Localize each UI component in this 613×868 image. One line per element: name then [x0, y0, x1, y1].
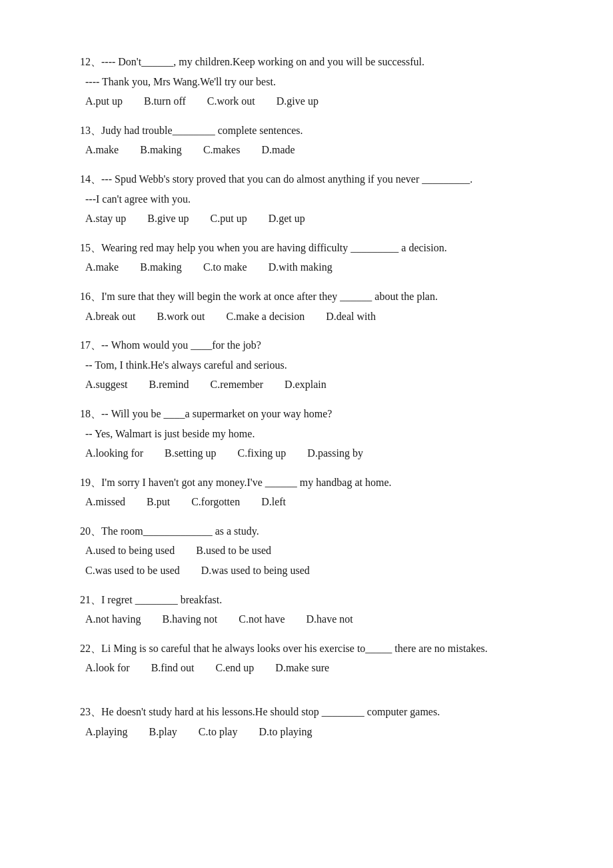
- option-23-D: D.to playing: [259, 723, 312, 741]
- options-line-23: A.playingB.playC.to playD.to playing: [80, 723, 533, 741]
- option-21-B: B.having not: [163, 611, 218, 628]
- option-20-A: A.used to being used: [85, 542, 175, 559]
- options-line-18: A.looking forB.setting upC.fixing upD.pa…: [80, 445, 533, 462]
- option-18-A: A.looking for: [85, 445, 143, 462]
- exam-content: 12、---- Don't______, my children.Keep wo…: [80, 53, 533, 740]
- option-18-C: C.fixing up: [237, 445, 286, 462]
- option-15-A: A.make: [85, 259, 119, 276]
- question-block-19: 19、I'm sorry I haven't got any money.I'v…: [80, 474, 533, 511]
- question-text-12-0: 12、---- Don't______, my children.Keep wo…: [80, 53, 533, 71]
- option-15-C: C.to make: [203, 259, 247, 276]
- options-line-17: A.suggestB.remindC.rememberD.explain: [80, 376, 533, 393]
- option-21-D: D.have not: [306, 611, 353, 628]
- question-block-14: 14、--- Spud Webb's story proved that you…: [80, 171, 533, 227]
- option-19-D: D.left: [261, 493, 286, 511]
- question-text-17-0: 17、-- Whom would you ____for the job?: [80, 337, 533, 354]
- option-13-A: A.make: [85, 141, 119, 159]
- option-12-C: C.work out: [207, 93, 255, 110]
- option-14-A: A.stay up: [85, 210, 126, 227]
- options-line-21: A.not havingB.having notC.not haveD.have…: [80, 611, 533, 628]
- option-16-B: B.work out: [157, 308, 205, 325]
- option-16-D: D.deal with: [326, 308, 376, 325]
- option-14-C: C.put up: [211, 210, 247, 227]
- option-14-D: D.get up: [269, 210, 305, 227]
- option-21-C: C.not have: [239, 611, 285, 628]
- option-21-A: A.not having: [85, 611, 141, 628]
- question-text-18-1: -- Yes, Walmart is just beside my home.: [80, 425, 533, 443]
- option-22-C: C.end up: [216, 659, 255, 677]
- question-block-18: 18、-- Will you be ____a supermarket on y…: [80, 405, 533, 462]
- option-22-B: B.find out: [151, 659, 195, 677]
- question-block-13: 13、Judy had trouble________ complete sen…: [80, 122, 533, 159]
- question-block-21: 21、I regret ________ breakfast.A.not hav…: [80, 591, 533, 628]
- option-22-A: A.look for: [85, 659, 130, 677]
- option-15-B: B.making: [140, 259, 182, 276]
- question-block-12: 12、---- Don't______, my children.Keep wo…: [80, 53, 533, 110]
- option-18-B: B.setting up: [165, 445, 216, 462]
- options-line-13: A.makeB.makingC.makesD.made: [80, 141, 533, 159]
- question-block-23: 23、He doesn't study hard at his lessons.…: [80, 703, 533, 740]
- option-23-C: C.to play: [199, 723, 238, 741]
- option-18-D: D.passing by: [307, 445, 363, 462]
- question-block-16: 16、I'm sure that they will begin the wor…: [80, 288, 533, 325]
- question-text-21-0: 21、I regret ________ breakfast.: [80, 591, 533, 609]
- question-text-13-0: 13、Judy had trouble________ complete sen…: [80, 122, 533, 139]
- option-15-D: D.with making: [269, 259, 332, 276]
- question-text-23-0: 23、He doesn't study hard at his lessons.…: [80, 703, 533, 721]
- question-text-22-0: 22、Li Ming is so careful that he always …: [80, 640, 533, 657]
- question-text-16-0: 16、I'm sure that they will begin the wor…: [80, 288, 533, 305]
- question-text-19-0: 19、I'm sorry I haven't got any money.I'v…: [80, 474, 533, 491]
- question-block-20: 20、The room_____________ as a study.A.us…: [80, 523, 533, 579]
- option-12-A: A.put up: [85, 93, 123, 110]
- question-text-17-1: -- Tom, I think.He's always careful and …: [80, 357, 533, 374]
- option-19-C: C.forgotten: [191, 493, 240, 511]
- option-13-C: C.makes: [203, 141, 241, 159]
- option-17-D: D.explain: [285, 376, 326, 393]
- options-line-12: A.put upB.turn offC.work outD.give up: [80, 93, 533, 110]
- question-block-17: 17、-- Whom would you ____for the job?-- …: [80, 337, 533, 393]
- option-20-D: D.was used to being used: [201, 562, 310, 579]
- options-line-14: A.stay upB.give upC.put upD.get up: [80, 210, 533, 227]
- question-text-14-0: 14、--- Spud Webb's story proved that you…: [80, 171, 533, 188]
- options-line-20: C.was used to be usedD.was used to being…: [80, 562, 533, 579]
- option-16-C: C.make a decision: [227, 308, 305, 325]
- option-20-B: B.used to be used: [196, 542, 271, 559]
- option-20-C: C.was used to be used: [85, 562, 180, 579]
- question-block-22: 22、Li Ming is so careful that he always …: [80, 640, 533, 677]
- options-line-15: A.makeB.makingC.to makeD.with making: [80, 259, 533, 276]
- option-22-D: D.make sure: [275, 659, 329, 677]
- option-23-B: B.play: [149, 723, 177, 741]
- options-line-20: A.used to being usedB.used to be used: [80, 542, 533, 559]
- option-12-D: D.give up: [277, 93, 318, 110]
- question-text-14-1: ---I can't agree with you.: [80, 191, 533, 208]
- question-block-15: 15、Wearing red may help you when you are…: [80, 239, 533, 276]
- option-17-C: C.remember: [211, 376, 264, 393]
- question-text-18-0: 18、-- Will you be ____a supermarket on y…: [80, 405, 533, 423]
- option-13-B: B.making: [140, 141, 182, 159]
- options-line-16: A.break outB.work outC.make a decisionD.…: [80, 308, 533, 325]
- options-line-22: A.look forB.find outC.end upD.make sure: [80, 659, 533, 677]
- options-line-19: A.missedB.putC.forgottenD.left: [80, 493, 533, 511]
- option-12-B: B.turn off: [144, 93, 186, 110]
- question-text-15-0: 15、Wearing red may help you when you are…: [80, 239, 533, 257]
- option-23-A: A.playing: [85, 723, 128, 741]
- option-17-B: B.remind: [149, 376, 189, 393]
- question-text-12-1: ---- Thank you, Mrs Wang.We'll try our b…: [80, 73, 533, 91]
- option-13-D: D.made: [261, 141, 295, 159]
- option-17-A: A.suggest: [85, 376, 128, 393]
- option-19-A: A.missed: [85, 493, 125, 511]
- question-text-20-0: 20、The room_____________ as a study.: [80, 523, 533, 540]
- option-19-B: B.put: [147, 493, 170, 511]
- option-14-B: B.give up: [147, 210, 189, 227]
- option-16-A: A.break out: [85, 308, 136, 325]
